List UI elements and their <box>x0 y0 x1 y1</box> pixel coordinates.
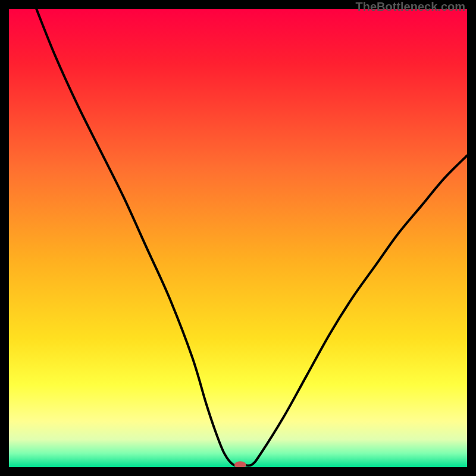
curve-layer <box>9 9 467 467</box>
bottleneck-curve <box>36 9 467 466</box>
bottleneck-marker <box>234 461 246 467</box>
chart-container: TheBottleneck.com <box>0 0 476 476</box>
watermark-text: TheBottleneck.com <box>356 0 465 14</box>
plot-area <box>9 9 467 467</box>
